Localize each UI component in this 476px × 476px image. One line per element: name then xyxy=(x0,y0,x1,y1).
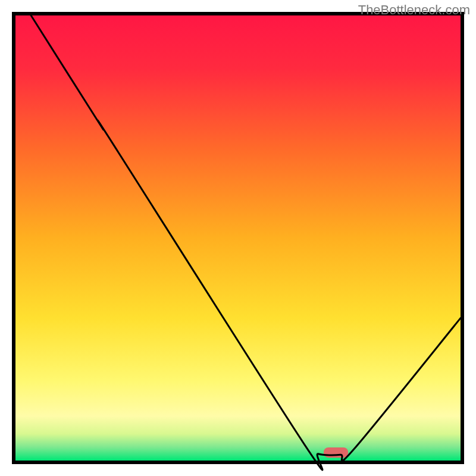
chart-root: TheBottleneck.com xyxy=(0,0,476,476)
plot-background xyxy=(15,15,461,461)
watermark-text: TheBottleneck.com xyxy=(358,2,470,18)
chart-svg xyxy=(0,0,476,476)
optimal-marker xyxy=(324,447,348,458)
